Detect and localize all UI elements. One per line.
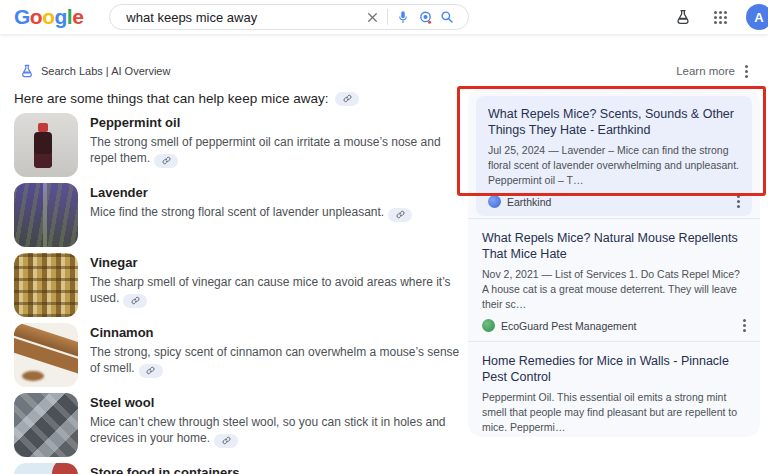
item-title: Vinegar [90, 255, 466, 270]
citation-chip[interactable] [335, 92, 359, 106]
result-snippet: Peppermint Oil. This essential oil emits… [482, 390, 746, 435]
citation-chip[interactable] [154, 154, 178, 168]
result-source-row: EcoGuard Pest Management [482, 319, 746, 332]
logo-letter: e [72, 5, 83, 29]
apps-grid-icon[interactable] [709, 6, 731, 28]
item-description: Mice find the strong floral scent of lav… [90, 204, 466, 220]
source-name: Earthkind [507, 196, 731, 208]
result-snippet: Jul 25, 2024 — Lavender – Mice can find … [488, 143, 740, 188]
overview-heading-row: Here are some things that can help keep … [14, 91, 359, 106]
kebab-menu-icon[interactable] [745, 70, 748, 73]
search-input[interactable] [126, 10, 361, 25]
labs-label: Search Labs | AI Overview [41, 65, 170, 77]
divider [387, 9, 388, 25]
link-icon [396, 210, 405, 219]
item-title: Lavender [90, 185, 466, 200]
citation-chip[interactable] [388, 208, 412, 222]
link-icon [343, 94, 352, 103]
labs-badge: Search Labs | AI Overview [20, 64, 170, 78]
header: Google A [0, 0, 768, 34]
overview-actions: Learn more [676, 65, 748, 77]
flask-icon [20, 64, 34, 78]
ai-overview-section: Search Labs | AI Overview Learn more Her… [0, 34, 768, 474]
citation-chip[interactable] [123, 294, 147, 308]
item-description: The sharp smell of vinegar can cause mic… [90, 274, 466, 306]
link-icon [146, 366, 155, 375]
search-icon[interactable] [436, 6, 458, 28]
steel-wool-image[interactable] [14, 393, 78, 457]
item-description-text: Mice find the strong floral scent of lav… [90, 205, 384, 219]
item-title: Peppermint oil [90, 115, 466, 130]
source-favicon [488, 195, 501, 208]
kebab-menu-icon[interactable] [743, 324, 746, 327]
avatar-letter: A [754, 10, 763, 25]
vinegar-image[interactable] [14, 253, 78, 317]
result-title-link[interactable]: Home Remedies for Mice in Walls - Pinnac… [482, 353, 746, 385]
source-card[interactable]: Home Remedies for Mice in Walls - Pinnac… [468, 341, 760, 437]
learn-more-link[interactable]: Learn more [676, 65, 735, 77]
citation-chip[interactable] [214, 434, 238, 448]
list-item: Store food in containers [14, 463, 466, 474]
search-box[interactable] [109, 4, 469, 30]
list-item: Lavender Mice find the strong floral sce… [14, 183, 466, 247]
list-item: Cinnamon The strong, spicy scent of cinn… [14, 323, 466, 387]
ai-overview-topbar: Search Labs | AI Overview Learn more [20, 64, 748, 78]
lavender-image[interactable] [14, 183, 78, 247]
avatar[interactable]: A [746, 4, 768, 30]
grid-dots [714, 11, 727, 24]
result-snippet: Nov 2, 2021 — List of Services 1. Do Cat… [482, 267, 746, 312]
source-card[interactable]: What Repels Mice? Scents, Sounds & Other… [476, 96, 752, 216]
logo-letter: g [55, 5, 67, 29]
item-description: The strong smell of peppermint oil can i… [90, 134, 466, 166]
microphone-icon[interactable] [392, 6, 414, 28]
clear-icon[interactable] [361, 6, 383, 28]
overview-heading: Here are some things that can help keep … [14, 91, 328, 106]
remedy-list: Peppermint oil The strong smell of peppe… [14, 113, 466, 474]
result-title-link[interactable]: What Repels Mice? Scents, Sounds & Other… [488, 106, 740, 138]
kebab-menu-icon[interactable] [737, 200, 740, 203]
item-title: Store food in containers [90, 465, 466, 474]
logo-letter: o [42, 5, 54, 29]
item-description: The strong, spicy scent of cinnamon can … [90, 344, 466, 376]
item-description-text: The strong smell of peppermint oil can i… [90, 135, 441, 165]
result-title-link[interactable]: What Repels Mice? Natural Mouse Repellen… [482, 230, 746, 262]
sources-panel: What Repels Mice? Scents, Sounds & Other… [468, 88, 760, 437]
labs-flask-icon[interactable] [672, 6, 694, 28]
item-title: Steel wool [90, 395, 466, 410]
food-containers-image[interactable] [14, 463, 78, 474]
list-item: Peppermint oil The strong smell of peppe… [14, 113, 466, 177]
link-icon [131, 296, 140, 305]
logo-letter: G [14, 5, 30, 29]
link-icon [222, 436, 231, 445]
citation-chip[interactable] [139, 364, 163, 378]
list-item: Steel wool Mice can’t chew through steel… [14, 393, 466, 457]
item-title: Cinnamon [90, 325, 466, 340]
source-card[interactable]: What Repels Mice? Natural Mouse Repellen… [468, 218, 760, 341]
source-favicon [482, 319, 495, 332]
item-description-text: Mice can’t chew through steel wool, so y… [90, 415, 446, 445]
google-logo[interactable]: Google [14, 5, 83, 29]
item-description: Mice can’t chew through steel wool, so y… [90, 414, 466, 446]
peppermint-oil-image[interactable] [14, 113, 78, 177]
cinnamon-image[interactable] [14, 323, 78, 387]
lens-icon[interactable] [414, 6, 436, 28]
header-actions: A [672, 4, 766, 30]
result-source-row: Earthkind [488, 195, 740, 208]
logo-letter: o [30, 5, 42, 29]
link-icon [162, 156, 171, 165]
list-item: Vinegar The sharp smell of vinegar can c… [14, 253, 466, 317]
source-name: EcoGuard Pest Management [501, 320, 737, 332]
